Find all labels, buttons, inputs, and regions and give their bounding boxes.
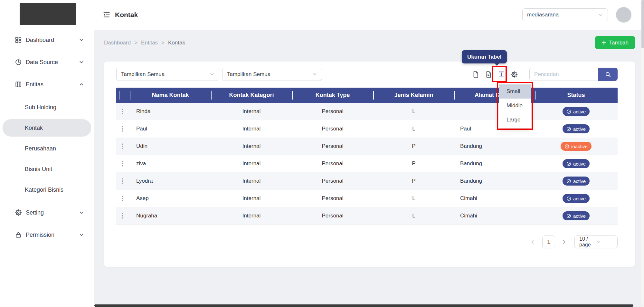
row-drag-handle[interactable]: [121, 108, 125, 115]
sidebar-item-dashboard[interactable]: Dashboard: [0, 31, 94, 49]
sidebar-item-kontak[interactable]: Kontak: [3, 119, 91, 137]
status-badge: active: [563, 194, 590, 203]
row-drag-handle[interactable]: [121, 195, 125, 202]
cell-type: Personal: [292, 172, 373, 190]
search-button[interactable]: [598, 68, 618, 81]
table-row: Asep Internal Personal L Cimahi active: [116, 190, 618, 207]
submenu-item-label: Bisnis Unit: [25, 166, 52, 173]
chevron-down-icon: [79, 232, 84, 237]
horizontal-scrollbar-thumb[interactable]: [94, 304, 633, 307]
column-header-kontak-type: Kontak Type: [292, 88, 373, 103]
breadcrumb: Dashboard > Entitas > Kontak: [104, 40, 185, 46]
row-drag-handle[interactable]: [121, 143, 125, 149]
table-row: Rinda Internal Personal L active: [116, 103, 618, 120]
cell-kategori: Internal: [211, 190, 292, 207]
sidebar-item-label: Setting: [26, 209, 44, 216]
submenu-item-label: Kategori Bisnis: [25, 187, 63, 193]
menu-fold-icon[interactable]: [103, 11, 110, 19]
submenu-item-label: Kontak: [25, 125, 43, 131]
cell-type: Personal: [292, 103, 373, 120]
chevron-down-icon: [598, 13, 603, 17]
sidebar-item-label: Dashboard: [26, 37, 54, 43]
chevron-down-icon: [312, 72, 317, 77]
sidebar: Dashboard Data Source Entitas: [0, 0, 94, 307]
search-icon: [605, 71, 611, 78]
row-drag-handle[interactable]: [121, 126, 125, 132]
app-window: Dashboard Data Source Entitas: [0, 0, 644, 307]
next-page-button[interactable]: [562, 239, 567, 245]
filter-type-select[interactable]: Tampilkan Semua: [222, 68, 322, 81]
filter-kategori-select[interactable]: Tampilkan Semua: [116, 68, 219, 81]
sidebar-submenu-entitas: Sub Holding Kontak Perusahaan Bisnis Uni…: [0, 99, 94, 198]
status-badge: active: [563, 107, 590, 116]
sidebar-item-sub-holding[interactable]: Sub Holding: [3, 99, 91, 116]
sidebar-item-label: Data Source: [26, 59, 58, 66]
workspace-select-value: mediasarana: [527, 12, 598, 18]
avatar[interactable]: [616, 7, 631, 23]
table-row: Nugraha Internal Personal L Cimahi activ…: [116, 207, 618, 225]
main-area: Kontak mediasarana Dashboard > Entitas: [94, 0, 644, 307]
table-row: Udin Internal Personal P Bandung inactiv…: [116, 138, 618, 155]
sidebar-item-bisnis-unit[interactable]: Bisnis Unit: [3, 160, 91, 178]
sidebar-item-label: Permission: [26, 232, 54, 238]
filter-select-value: Tampilkan Semua: [121, 71, 210, 78]
cell-gender: P: [373, 172, 454, 190]
logo[interactable]: [20, 3, 76, 25]
table-settings-gear-icon[interactable]: [511, 71, 518, 78]
page-size-select[interactable]: 10 / page: [574, 235, 618, 248]
breadcrumb-item[interactable]: Dashboard: [104, 40, 131, 46]
search-box: [529, 68, 618, 81]
breadcrumb-separator: >: [134, 40, 137, 46]
chevron-up-icon: [79, 82, 84, 87]
table-tools: [472, 71, 518, 78]
row-drag-handle[interactable]: [121, 178, 125, 184]
table-row: ziva Internal Personal P Bandung active: [116, 155, 618, 172]
sidebar-item-setting[interactable]: Setting: [0, 204, 94, 222]
chevron-down-icon: [79, 210, 84, 215]
prev-page-button[interactable]: [530, 239, 535, 245]
column-height-icon[interactable]: [498, 71, 505, 78]
file-pdf-icon[interactable]: [472, 71, 479, 78]
size-option-middle[interactable]: Middle: [499, 99, 531, 113]
table-body: Rinda Internal Personal L active Paul In…: [116, 103, 618, 225]
sidebar-item-perusahaan[interactable]: Perusahaan: [3, 140, 91, 157]
sidebar-item-entitas[interactable]: Entitas: [0, 75, 94, 93]
search-input[interactable]: [529, 68, 598, 81]
breadcrumb-item[interactable]: Entitas: [141, 40, 158, 46]
sidebar-item-data-source[interactable]: Data Source: [0, 53, 94, 71]
cell-gender: L: [373, 120, 454, 138]
cell-gender: L: [373, 207, 454, 225]
submenu-item-label: Perusahaan: [25, 145, 56, 152]
cell-gender: P: [373, 138, 454, 155]
cell-type: Personal: [292, 138, 373, 155]
vertical-scrollbar[interactable]: [641, 0, 644, 307]
status-badge: active: [563, 124, 590, 133]
page-title: Kontak: [115, 11, 138, 19]
filter-select-value: Tampilkan Semua: [227, 71, 312, 78]
add-button[interactable]: Tambah: [595, 36, 635, 49]
grid-icon: [15, 36, 22, 43]
cell-type: Personal: [292, 120, 373, 138]
cell-alamat: Bandung: [454, 155, 535, 172]
file-excel-icon[interactable]: [485, 71, 492, 78]
row-drag-handle[interactable]: [121, 160, 125, 167]
chevron-down-icon: [210, 72, 214, 77]
current-page-button[interactable]: 1: [542, 235, 555, 248]
cell-alamat: Cimahi: [454, 207, 535, 225]
row-drag-handle[interactable]: [121, 213, 125, 219]
cell-nama: Rinda: [130, 103, 211, 120]
cell-nama: Lyodra: [130, 172, 211, 190]
tooltip-text: Ukuran Tabel: [467, 54, 501, 60]
size-option-small[interactable]: Small: [499, 84, 531, 99]
cell-kategori: Internal: [211, 155, 292, 172]
workspace-select[interactable]: mediasarana: [522, 8, 608, 21]
cell-gender: P: [373, 155, 454, 172]
status-badge: active: [563, 177, 590, 186]
sidebar-item-label: Entitas: [26, 81, 43, 88]
vertical-scrollbar-thumb[interactable]: [641, 0, 644, 48]
column-header-status: Status: [535, 88, 617, 103]
sidebar-item-kategori-bisnis[interactable]: Kategori Bisnis: [3, 181, 91, 198]
cell-kategori: Internal: [211, 207, 292, 225]
sidebar-item-permission[interactable]: Permission: [0, 226, 94, 244]
size-option-large[interactable]: Large: [499, 113, 531, 127]
